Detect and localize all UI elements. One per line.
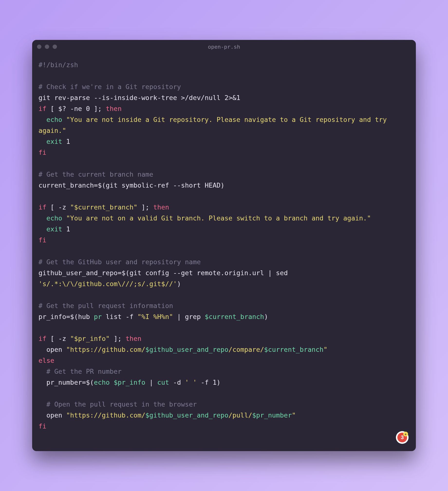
code-token: exit [39, 225, 62, 233]
code-token: grep [185, 313, 205, 321]
code-token: git symbolic-ref --short HEAD [106, 181, 220, 189]
code-token: pr [94, 313, 102, 321]
code-token: $pr_number [252, 411, 292, 419]
code-token: echo [39, 116, 66, 123]
code-token: -f 1) [197, 378, 221, 386]
code-token: $github_user_and_repo [145, 411, 228, 419]
code-line: # Get the PR number [39, 368, 121, 375]
badge-plus-icon: + [403, 432, 408, 436]
code-token: open [39, 346, 66, 353]
code-token: "You are not inside a Git repository. Pl… [39, 116, 391, 134]
code-token: ' ' [185, 378, 197, 386]
code-token: | [264, 269, 276, 277]
code-token [110, 378, 114, 386]
code-token: "You are not on a valid Git branch. Plea… [66, 214, 371, 222]
code-token: if [39, 203, 47, 211]
code-token: exit [39, 138, 62, 145]
code-token: 1 [62, 225, 70, 233]
code-content[interactable]: #!/bin/zsh # Check if we're in a Git rep… [32, 54, 416, 451]
code-token: fi [39, 236, 47, 244]
code-line: git rev-parse --is-inside-work-tree >/de… [39, 94, 240, 102]
code-token: list -f [102, 313, 137, 321]
code-token: then [153, 203, 169, 211]
close-icon[interactable] [37, 45, 41, 49]
code-token: "https://github.com/ [66, 411, 145, 419]
code-token: echo [39, 214, 66, 222]
code-token: "$pr_info" [70, 335, 110, 342]
code-token: if [39, 335, 47, 342]
code-line: # Get the pull request information [39, 302, 173, 310]
code-token: current_branch=$( [39, 181, 106, 189]
code-token: then [126, 335, 141, 342]
code-token: fi [39, 149, 47, 156]
titlebar: open-pr.sh [32, 40, 416, 54]
code-token: if [39, 105, 47, 113]
code-token: hub [78, 313, 94, 321]
code-token: pr_info=$( [39, 313, 78, 321]
code-token: ]; [110, 335, 126, 342]
code-token: "%I %H%n" [137, 313, 173, 321]
code-line: # Get the GitHub user and repository nam… [39, 258, 201, 266]
code-token: $current_branch [205, 313, 264, 321]
editor-window: open-pr.sh #!/bin/zsh # Check if we're i… [32, 40, 416, 451]
code-token: [ $? -ne 0 ]; [47, 105, 106, 113]
code-token: fi [39, 422, 47, 430]
code-token: -d [169, 378, 185, 386]
code-line: # Check if we're in a Git repository [39, 83, 181, 91]
minimize-icon[interactable] [45, 45, 49, 49]
code-token: else [39, 357, 54, 364]
code-token: 1 [62, 138, 70, 145]
code-token: $github_user_and_repo [145, 346, 228, 353]
code-token: " [323, 346, 327, 353]
code-token: " [292, 411, 296, 419]
window-title: open-pr.sh [32, 44, 416, 50]
code-token: 's/.*:\/\/github.com\///;s/.git$//' [39, 280, 177, 288]
code-token: echo [94, 378, 110, 386]
code-line: #!/bin/zsh [39, 61, 78, 69]
code-token: "https://github.com/ [66, 346, 145, 353]
code-token: "$current_branch" [70, 203, 137, 211]
code-token: ) [221, 181, 224, 189]
zoom-icon[interactable] [53, 45, 57, 49]
code-token: github_user_and_repo=$( [39, 269, 129, 277]
badge-count: 3 + [397, 433, 407, 442]
code-token: /compare/ [228, 346, 264, 353]
code-token: sed [276, 269, 292, 277]
code-token: ]; [137, 203, 153, 211]
code-token: $current_branch [264, 346, 324, 353]
code-token: | [145, 378, 157, 386]
code-token: then [106, 105, 121, 113]
code-token: cut [157, 378, 169, 386]
window-controls [37, 45, 57, 49]
code-token: /pull/ [228, 411, 252, 419]
code-token: $pr_info [114, 378, 145, 386]
code-token: [ -z [47, 335, 70, 342]
code-token: [ -z [47, 203, 70, 211]
code-line: # Open the pull request in the browser [39, 400, 197, 408]
code-line: # Get the current branch name [39, 170, 153, 178]
code-token: open [39, 411, 66, 419]
code-token: ) [264, 313, 268, 321]
notification-badge[interactable]: 3 + [396, 431, 409, 444]
code-token: pr_number=$( [39, 378, 94, 386]
code-token: | [173, 313, 185, 321]
code-token: git config --get remote.origin.url [129, 269, 264, 277]
code-token: ) [177, 280, 181, 288]
